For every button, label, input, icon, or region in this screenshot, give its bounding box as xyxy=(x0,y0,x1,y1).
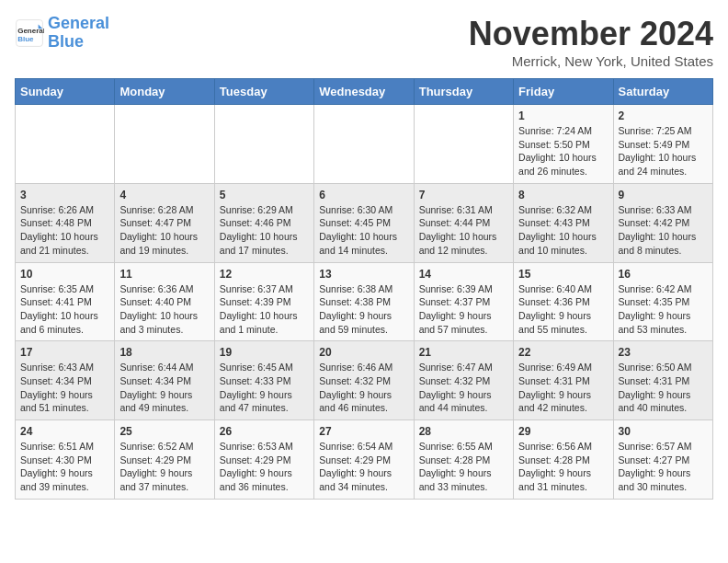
calendar-subtitle: Merrick, New York, United States xyxy=(469,53,713,69)
day-number: 20 xyxy=(319,346,408,359)
calendar-cell: 24Sunrise: 6:51 AM Sunset: 4:30 PM Dayli… xyxy=(16,420,115,500)
weekday-header: Monday xyxy=(115,79,214,105)
day-info: Sunrise: 6:42 AM Sunset: 4:35 PM Dayligh… xyxy=(619,282,708,337)
weekday-header: Tuesday xyxy=(214,79,313,105)
calendar-cell: 20Sunrise: 6:46 AM Sunset: 4:32 PM Dayli… xyxy=(314,341,414,420)
day-number: 13 xyxy=(319,268,408,281)
calendar-table: SundayMondayTuesdayWednesdayThursdayFrid… xyxy=(15,78,713,500)
calendar-cell xyxy=(16,105,115,184)
calendar-cell: 23Sunrise: 6:50 AM Sunset: 4:31 PM Dayli… xyxy=(613,341,712,420)
day-number: 8 xyxy=(518,189,608,201)
calendar-cell: 11Sunrise: 6:36 AM Sunset: 4:40 PM Dayli… xyxy=(115,262,214,341)
day-info: Sunrise: 6:56 AM Sunset: 4:28 PM Dayligh… xyxy=(518,440,608,494)
day-number: 3 xyxy=(20,189,109,201)
day-info: Sunrise: 6:47 AM Sunset: 4:32 PM Dayligh… xyxy=(419,361,508,415)
day-number: 24 xyxy=(20,425,109,438)
calendar-cell: 15Sunrise: 6:40 AM Sunset: 4:36 PM Dayli… xyxy=(514,262,613,341)
day-info: Sunrise: 6:51 AM Sunset: 4:30 PM Dayligh… xyxy=(20,440,109,494)
calendar-cell: 14Sunrise: 6:39 AM Sunset: 4:37 PM Dayli… xyxy=(414,262,513,341)
day-info: Sunrise: 6:46 AM Sunset: 4:32 PM Dayligh… xyxy=(319,361,408,415)
day-number: 9 xyxy=(619,189,708,201)
calendar-cell: 8Sunrise: 6:32 AM Sunset: 4:43 PM Daylig… xyxy=(514,183,613,262)
day-number: 21 xyxy=(419,346,508,359)
day-info: Sunrise: 6:45 AM Sunset: 4:33 PM Dayligh… xyxy=(220,361,309,415)
day-info: Sunrise: 6:40 AM Sunset: 4:36 PM Dayligh… xyxy=(518,282,608,337)
day-number: 18 xyxy=(119,346,209,359)
day-info: Sunrise: 6:29 AM Sunset: 4:46 PM Dayligh… xyxy=(220,203,309,258)
logo-blue: Blue xyxy=(48,32,84,51)
weekday-header: Wednesday xyxy=(314,79,414,105)
day-number: 7 xyxy=(419,189,508,201)
day-number: 11 xyxy=(119,268,209,281)
calendar-cell: 30Sunrise: 6:57 AM Sunset: 4:27 PM Dayli… xyxy=(613,420,712,500)
calendar-cell: 12Sunrise: 6:37 AM Sunset: 4:39 PM Dayli… xyxy=(214,262,313,341)
day-info: Sunrise: 6:32 AM Sunset: 4:43 PM Dayligh… xyxy=(518,203,608,258)
calendar-cell: 29Sunrise: 6:56 AM Sunset: 4:28 PM Dayli… xyxy=(514,420,613,500)
weekday-header: Thursday xyxy=(414,79,513,105)
day-number: 15 xyxy=(518,268,608,281)
calendar-cell: 27Sunrise: 6:54 AM Sunset: 4:29 PM Dayli… xyxy=(314,420,414,500)
day-number: 10 xyxy=(20,268,109,281)
calendar-cell xyxy=(115,105,214,184)
day-info: Sunrise: 6:39 AM Sunset: 4:37 PM Dayligh… xyxy=(419,282,508,337)
day-number: 12 xyxy=(220,268,309,281)
calendar-title: November 2024 xyxy=(469,15,713,53)
calendar-cell: 17Sunrise: 6:43 AM Sunset: 4:34 PM Dayli… xyxy=(16,341,115,420)
calendar-cell: 16Sunrise: 6:42 AM Sunset: 4:35 PM Dayli… xyxy=(613,262,712,341)
day-number: 14 xyxy=(419,268,508,281)
calendar-cell xyxy=(314,105,414,184)
calendar-cell: 25Sunrise: 6:52 AM Sunset: 4:29 PM Dayli… xyxy=(115,420,214,500)
calendar-cell: 19Sunrise: 6:45 AM Sunset: 4:33 PM Dayli… xyxy=(214,341,313,420)
logo: General Blue General Blue xyxy=(15,15,109,52)
calendar-cell: 1Sunrise: 7:24 AM Sunset: 5:50 PM Daylig… xyxy=(514,105,613,184)
day-info: Sunrise: 6:43 AM Sunset: 4:34 PM Dayligh… xyxy=(20,361,109,415)
day-info: Sunrise: 6:35 AM Sunset: 4:41 PM Dayligh… xyxy=(20,282,109,337)
calendar-cell: 28Sunrise: 6:55 AM Sunset: 4:28 PM Dayli… xyxy=(414,420,513,500)
day-info: Sunrise: 6:37 AM Sunset: 4:39 PM Dayligh… xyxy=(220,282,309,337)
logo-text: General Blue xyxy=(48,15,109,52)
day-info: Sunrise: 6:55 AM Sunset: 4:28 PM Dayligh… xyxy=(419,440,508,494)
calendar-cell: 5Sunrise: 6:29 AM Sunset: 4:46 PM Daylig… xyxy=(214,183,313,262)
calendar-cell: 7Sunrise: 6:31 AM Sunset: 4:44 PM Daylig… xyxy=(414,183,513,262)
day-info: Sunrise: 6:30 AM Sunset: 4:45 PM Dayligh… xyxy=(319,203,408,258)
title-block: November 2024 Merrick, New York, United … xyxy=(469,15,713,69)
calendar-cell: 18Sunrise: 6:44 AM Sunset: 4:34 PM Dayli… xyxy=(115,341,214,420)
day-info: Sunrise: 6:44 AM Sunset: 4:34 PM Dayligh… xyxy=(119,361,209,415)
weekday-header: Sunday xyxy=(16,79,115,105)
calendar-cell: 13Sunrise: 6:38 AM Sunset: 4:38 PM Dayli… xyxy=(314,262,414,341)
day-number: 22 xyxy=(518,346,608,359)
day-info: Sunrise: 6:33 AM Sunset: 4:42 PM Dayligh… xyxy=(619,203,708,258)
day-number: 19 xyxy=(220,346,309,359)
day-info: Sunrise: 6:54 AM Sunset: 4:29 PM Dayligh… xyxy=(319,440,408,494)
day-number: 29 xyxy=(518,425,608,438)
day-number: 4 xyxy=(119,189,209,201)
day-info: Sunrise: 6:57 AM Sunset: 4:27 PM Dayligh… xyxy=(619,440,708,494)
day-info: Sunrise: 6:50 AM Sunset: 4:31 PM Dayligh… xyxy=(619,361,708,415)
page-header: General Blue General Blue November 2024 … xyxy=(15,15,713,69)
calendar-cell: 21Sunrise: 6:47 AM Sunset: 4:32 PM Dayli… xyxy=(414,341,513,420)
calendar-cell: 22Sunrise: 6:49 AM Sunset: 4:31 PM Dayli… xyxy=(514,341,613,420)
day-info: Sunrise: 6:49 AM Sunset: 4:31 PM Dayligh… xyxy=(518,361,608,415)
day-number: 5 xyxy=(220,189,309,201)
weekday-header: Saturday xyxy=(613,79,712,105)
calendar-cell: 6Sunrise: 6:30 AM Sunset: 4:45 PM Daylig… xyxy=(314,183,414,262)
day-number: 25 xyxy=(119,425,209,438)
logo-general: General xyxy=(48,14,109,32)
day-number: 6 xyxy=(319,189,408,201)
logo-icon: General Blue xyxy=(15,18,44,48)
day-info: Sunrise: 6:28 AM Sunset: 4:47 PM Dayligh… xyxy=(119,203,209,258)
svg-text:Blue: Blue xyxy=(17,35,34,43)
calendar-cell xyxy=(214,105,313,184)
calendar-cell: 9Sunrise: 6:33 AM Sunset: 4:42 PM Daylig… xyxy=(613,183,712,262)
calendar-cell xyxy=(414,105,513,184)
day-info: Sunrise: 7:25 AM Sunset: 5:49 PM Dayligh… xyxy=(619,124,708,178)
day-number: 30 xyxy=(619,425,708,438)
day-info: Sunrise: 6:31 AM Sunset: 4:44 PM Dayligh… xyxy=(419,203,508,258)
day-number: 27 xyxy=(319,425,408,438)
day-info: Sunrise: 6:53 AM Sunset: 4:29 PM Dayligh… xyxy=(220,440,309,494)
calendar-cell: 2Sunrise: 7:25 AM Sunset: 5:49 PM Daylig… xyxy=(613,105,712,184)
day-info: Sunrise: 6:52 AM Sunset: 4:29 PM Dayligh… xyxy=(119,440,209,494)
day-number: 28 xyxy=(419,425,508,438)
day-number: 16 xyxy=(619,268,708,281)
calendar-cell: 4Sunrise: 6:28 AM Sunset: 4:47 PM Daylig… xyxy=(115,183,214,262)
